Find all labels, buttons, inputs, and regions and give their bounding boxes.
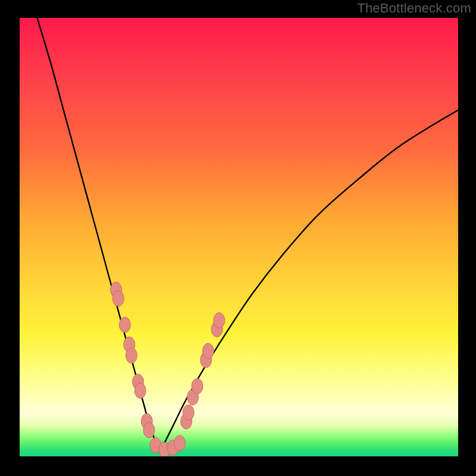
data-marker [112,291,124,306]
data-marker [134,383,146,398]
watermark-text: TheBottleneck.com [357,1,471,16]
data-marker [192,378,203,394]
data-marker [119,317,130,333]
data-marker [143,422,155,438]
data-marker [126,347,137,363]
curve-right-branch [160,110,458,452]
plot-area [20,18,458,456]
chart-frame: TheBottleneck.com [0,0,476,476]
data-marker [174,436,186,451]
data-marker [183,405,194,420]
v-curve [37,18,458,452]
curve-layer [20,18,458,456]
marker-cluster [111,282,225,456]
data-marker [202,343,214,359]
data-marker [214,313,225,328]
